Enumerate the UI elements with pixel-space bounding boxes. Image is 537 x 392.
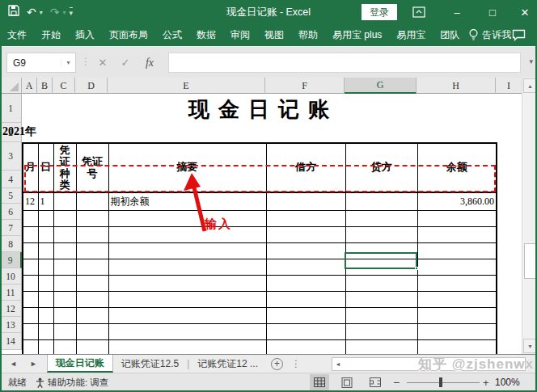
column-header-f[interactable]: F [265, 78, 345, 94]
row-header-8[interactable]: 8 [0, 236, 22, 252]
column-header-d[interactable]: D [75, 78, 108, 94]
row-header-10[interactable]: 10 [0, 268, 22, 285]
cell[interactable] [417, 323, 497, 339]
cell[interactable] [266, 259, 345, 275]
cell[interactable] [76, 307, 108, 323]
cell[interactable] [38, 259, 53, 275]
sheet-title-cell[interactable]: 现金日记账 [22, 95, 496, 123]
cell[interactable] [53, 323, 76, 339]
cell[interactable] [23, 259, 38, 275]
row-header-5[interactable]: 5 [0, 188, 22, 204]
tab-view[interactable]: 视图 [257, 24, 291, 46]
cell-voucher-type[interactable] [53, 192, 76, 210]
cell[interactable] [53, 291, 76, 307]
cell[interactable] [266, 210, 345, 226]
cell[interactable] [417, 226, 497, 242]
cell[interactable] [23, 307, 38, 323]
sheet-tab-voucher-12[interactable]: 记账凭证12 ... [189, 355, 266, 373]
close-button[interactable]: ✕ [511, 0, 537, 24]
insert-function-icon[interactable]: fx [139, 53, 160, 73]
row-header-11[interactable]: 11 [0, 285, 22, 301]
cell[interactable] [417, 275, 497, 291]
cell[interactable] [53, 307, 76, 323]
cell[interactable] [266, 275, 345, 291]
cell[interactable] [76, 259, 108, 275]
column-header-e[interactable]: E [108, 78, 265, 94]
cell[interactable] [53, 226, 76, 242]
cell[interactable] [345, 307, 417, 323]
cell[interactable] [38, 275, 53, 291]
tab-data[interactable]: 数据 [189, 24, 223, 46]
cell[interactable] [23, 226, 38, 242]
cell[interactable] [76, 210, 108, 226]
column-header-h[interactable]: H [416, 78, 496, 94]
tab-file[interactable]: 文件 [0, 24, 34, 46]
cell[interactable] [76, 226, 108, 242]
active-cell-selection[interactable] [345, 252, 417, 269]
tab-insert[interactable]: 插入 [68, 24, 102, 46]
column-header-c[interactable]: C [53, 78, 75, 94]
cell[interactable] [38, 226, 53, 242]
year-cell[interactable]: 2021年 [2, 124, 36, 139]
cell[interactable] [23, 291, 38, 307]
sign-in-button[interactable]: 登录 [362, 4, 397, 20]
cell[interactable] [108, 275, 266, 291]
sheet-tab-cash-journal[interactable]: 现金日记账 [47, 355, 113, 373]
name-box[interactable]: G9 ▾ [6, 53, 76, 73]
cell[interactable] [38, 323, 53, 339]
cell[interactable] [417, 242, 497, 259]
cell[interactable] [23, 210, 38, 226]
minimize-button[interactable]: – [443, 0, 471, 24]
cell[interactable] [53, 242, 76, 259]
column-header-g-selected[interactable]: G [345, 78, 416, 94]
zoom-level[interactable]: 100% [495, 373, 520, 391]
cell[interactable] [23, 323, 38, 339]
cell-month[interactable]: 12 [23, 192, 38, 210]
row-header-4[interactable]: 4 [0, 171, 22, 188]
fill-handle[interactable] [415, 267, 418, 270]
cell[interactable] [76, 275, 108, 291]
cell[interactable] [266, 242, 345, 259]
tab-formulas[interactable]: 公式 [155, 24, 189, 46]
sheet-tab-voucher-12-5[interactable]: 记账凭证12.5 [113, 355, 187, 373]
tab-home[interactable]: 开始 [34, 24, 68, 46]
maximize-button[interactable]: □ [479, 0, 506, 24]
cell[interactable] [38, 242, 53, 259]
cell[interactable] [266, 339, 345, 354]
cell[interactable] [76, 242, 108, 259]
cell-day[interactable]: 1 [38, 192, 53, 210]
column-header-i[interactable]: I [496, 78, 522, 94]
column-header-b[interactable]: B [37, 78, 53, 94]
next-sheet-icon[interactable]: ► [30, 360, 37, 368]
row-header-7[interactable]: 7 [0, 220, 22, 236]
tab-help[interactable]: 帮助 [291, 24, 325, 46]
cell[interactable] [23, 339, 38, 354]
comment-icon[interactable] [512, 29, 526, 44]
row-header-13[interactable]: 13 [0, 317, 22, 333]
cell[interactable] [345, 339, 417, 354]
select-all-corner[interactable] [0, 78, 22, 94]
cell[interactable] [417, 339, 497, 354]
column-header-a[interactable]: A [22, 78, 37, 94]
cell-voucher-no[interactable] [76, 192, 108, 210]
cell[interactable] [417, 307, 497, 323]
cell[interactable] [38, 339, 53, 354]
name-box-dropdown-icon[interactable]: ▾ [61, 59, 75, 66]
cell[interactable] [345, 275, 417, 291]
row-header-12[interactable]: 12 [0, 301, 22, 317]
cell[interactable] [266, 323, 345, 339]
zoom-out-button[interactable]: − [393, 373, 400, 391]
hscroll-left-icon[interactable]: ◄ [332, 358, 344, 370]
tab-yiyongbao-plus[interactable]: 易用宝 plus [325, 24, 389, 46]
cell[interactable] [266, 307, 345, 323]
cell[interactable] [417, 210, 497, 226]
row-header-1[interactable]: 1 [0, 94, 22, 123]
cell[interactable] [38, 291, 53, 307]
tab-yiyongbao[interactable]: 易用宝 [389, 24, 433, 46]
tab-team[interactable]: 团队 [433, 24, 467, 46]
row-header-6[interactable]: 6 [0, 204, 22, 220]
zoom-slider-handle[interactable] [439, 377, 442, 387]
cell[interactable] [53, 259, 76, 275]
ribbon-display-options-icon[interactable] [408, 3, 429, 21]
cell-credit[interactable] [345, 192, 417, 210]
